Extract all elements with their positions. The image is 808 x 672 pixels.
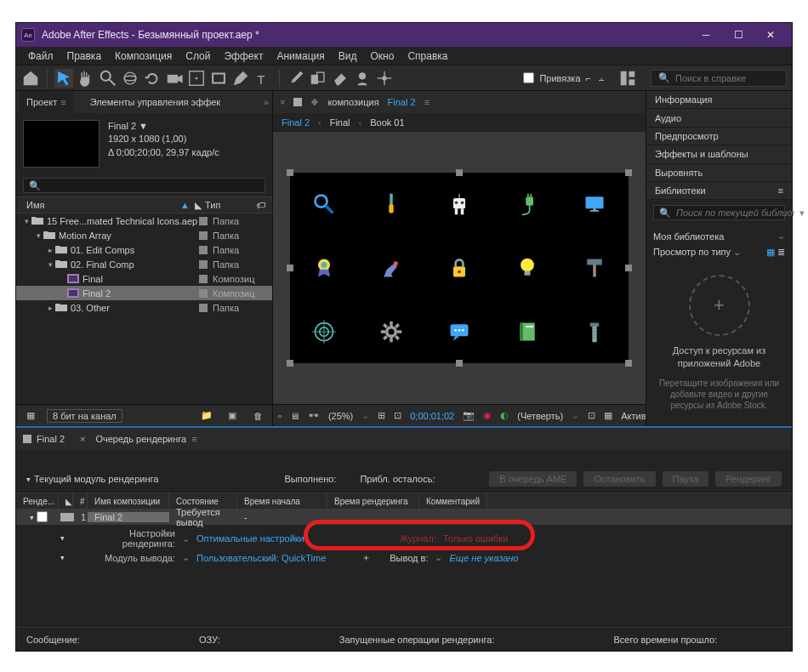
composition-viewer[interactable] (273, 132, 646, 404)
new-comp-icon[interactable]: ▣ (223, 407, 242, 425)
minimize-button[interactable]: ─ (690, 23, 722, 47)
transparency-icon[interactable]: ▦ (604, 407, 612, 425)
grid-icon[interactable]: ⊞ (378, 407, 385, 425)
help-search-input[interactable] (675, 73, 793, 83)
add-asset-button[interactable]: + (689, 275, 750, 336)
render-settings-link[interactable]: Оптимальные настройки (196, 533, 304, 544)
menu-edit[interactable]: Правка (60, 50, 109, 62)
comp-tab-active[interactable]: Final 2 (388, 97, 416, 107)
crumb-final2[interactable]: Final 2 (282, 117, 310, 128)
panel-align[interactable]: Выровнять (646, 164, 792, 182)
tab-project[interactable]: Проект ≡ (20, 91, 73, 113)
menu-effect[interactable]: Эффект (217, 50, 270, 62)
crumb-book01[interactable]: Book 01 (370, 117, 404, 128)
panel-libraries[interactable]: Библиотеки≡ (646, 182, 792, 200)
region-icon[interactable]: ⊡ (588, 407, 595, 425)
twisty-icon[interactable]: ▸ (25, 477, 33, 481)
panel-info[interactable]: Информация (646, 91, 792, 109)
tree-row[interactable]: Final 2Композиц (16, 286, 272, 300)
menu-layer[interactable]: Слой (179, 50, 217, 62)
clone-tool[interactable] (309, 69, 327, 88)
col-type[interactable]: Тип (205, 200, 256, 210)
stop-button[interactable]: Остановить (583, 471, 655, 487)
menu-window[interactable]: Окно (363, 50, 401, 62)
twisty-icon[interactable]: ▸ (59, 555, 67, 560)
delete-icon[interactable]: 🗑 (248, 407, 267, 425)
grid-view-icon[interactable]: ▦ (766, 247, 775, 257)
col-name[interactable]: Имя (23, 200, 180, 210)
library-search-input[interactable] (676, 208, 794, 218)
panel-menu-icon[interactable]: » (264, 97, 269, 107)
rotation-tool[interactable] (143, 69, 162, 88)
dropdown-icon[interactable]: ▾ (799, 208, 805, 219)
guide-icon[interactable]: ⊡ (394, 407, 401, 425)
type-tool[interactable]: T (253, 69, 272, 88)
workspace-button[interactable] (618, 69, 637, 88)
render-checkbox[interactable] (37, 511, 48, 522)
tree-row[interactable]: ▾02. Final CompПапка (16, 257, 272, 271)
quality[interactable]: (Четверть) (517, 411, 563, 421)
camera-tool[interactable] (165, 69, 184, 88)
tab-render-queue[interactable]: ×Очередь рендеринга ≡ (80, 434, 197, 444)
project-search-input[interactable] (23, 178, 265, 193)
bpc-button[interactable]: 8 бит на канал (47, 409, 122, 423)
library-search[interactable]: 🔍 ▾ (653, 205, 785, 220)
help-search[interactable]: 🔍 (651, 70, 787, 87)
close-button[interactable]: ✕ (754, 23, 787, 47)
panel-audio[interactable]: Аудио (646, 109, 792, 127)
pause-button[interactable]: Пауза (663, 471, 709, 487)
output-module-link[interactable]: Пользовательский: QuickTime (196, 553, 326, 563)
zoom-tool[interactable] (99, 69, 117, 88)
anchor-tool[interactable] (187, 69, 206, 88)
twisty-icon[interactable]: ▸ (59, 537, 67, 541)
mask-icon[interactable]: 👓 (308, 407, 320, 425)
menu-help[interactable]: Справка (401, 50, 454, 62)
color-icon[interactable]: ◐ (500, 407, 509, 425)
comp-tab-close[interactable]: × (280, 97, 285, 107)
interpret-icon[interactable]: ▦ (21, 407, 40, 425)
menu-animation[interactable]: Анимация (270, 50, 331, 62)
label-icon[interactable]: ◣ (195, 200, 205, 211)
channel-icon[interactable]: ◉ (483, 407, 492, 425)
rectangle-tool[interactable] (209, 69, 228, 88)
orbit-tool[interactable] (121, 69, 139, 88)
menu-view[interactable]: Вид (332, 50, 364, 62)
panel-preview[interactable]: Предпросмотр (646, 128, 792, 145)
snap-checkbox[interactable] (523, 72, 534, 83)
snap-options-icon[interactable]: ⌐ ⫠ (586, 73, 608, 83)
timecode[interactable]: 0;00;01;02 (410, 411, 454, 421)
tab-timeline-comp[interactable]: Final 2 (23, 434, 65, 444)
pen-tool[interactable] (231, 69, 250, 88)
new-folder-icon[interactable]: 📁 (197, 407, 216, 425)
roto-tool[interactable] (353, 69, 372, 88)
panel-menu-icon[interactable]: ≡ (778, 185, 783, 196)
view-by-label[interactable]: Просмотр по типу (653, 247, 731, 257)
tree-row[interactable]: ▸03. OtherПапка (16, 300, 272, 315)
tree-row[interactable]: FinalКомпозиц (16, 271, 272, 286)
puppet-tool[interactable] (375, 69, 394, 88)
sort-icon[interactable]: ▲ (180, 200, 190, 210)
log-value[interactable]: Только ошибки (443, 533, 508, 544)
queue-ame-button[interactable]: В очередь AME (489, 471, 577, 487)
maximize-button[interactable]: ☐ (722, 23, 754, 47)
panel-effects[interactable]: Эффекты и шаблоны (646, 145, 792, 163)
tree-row[interactable]: ▸01. Edit CompsПапка (16, 242, 272, 257)
home-button[interactable] (21, 69, 40, 88)
tree-row[interactable]: ▾15 Free...mated Technical Icons.aepПапк… (16, 214, 272, 228)
add-output-icon[interactable]: ＋ (361, 551, 371, 564)
project-tree[interactable]: ▾15 Free...mated Technical Icons.aepПапк… (16, 214, 272, 404)
magnify-icon[interactable]: ▫ (278, 407, 282, 425)
res-icon[interactable]: 🖥 (290, 407, 299, 425)
menu-file[interactable]: Файл (21, 50, 60, 62)
hand-tool[interactable] (77, 69, 95, 88)
brush-tool[interactable] (287, 69, 305, 88)
render-button[interactable]: Рендеринг (715, 471, 782, 487)
menu-composition[interactable]: Композиция (108, 50, 179, 62)
tree-row[interactable]: ▾Motion ArrayПапка (16, 228, 272, 242)
list-view-icon[interactable]: ≣ (777, 247, 785, 257)
comp-tab-menu-icon[interactable]: ≡ (424, 97, 430, 107)
output-dest-link[interactable]: Еще не указано (449, 553, 518, 563)
snapshot-icon[interactable]: 📷 (463, 407, 475, 425)
my-library-dropdown[interactable]: Моя библиотека⌄ (653, 231, 785, 242)
eraser-tool[interactable] (331, 69, 350, 88)
